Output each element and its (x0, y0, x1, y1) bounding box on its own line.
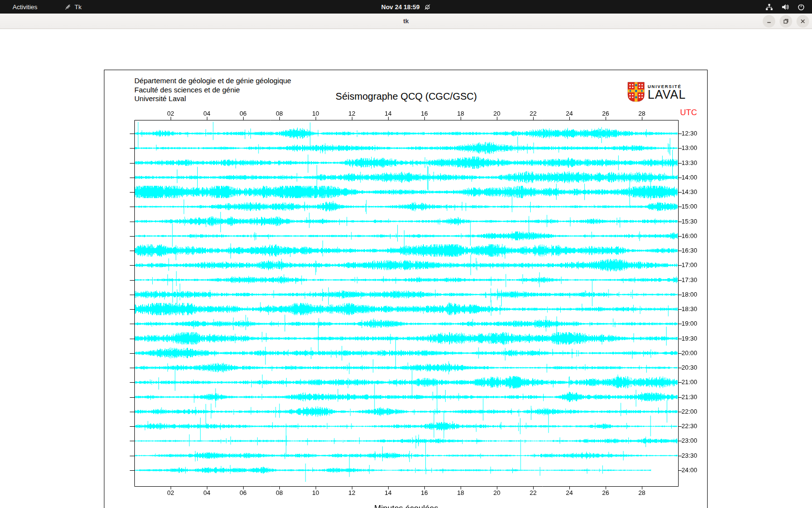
seismograph-frame: Département de géologie et de génie géol… (104, 70, 708, 508)
utc-axis-label: UTC (680, 108, 697, 118)
utc-time-label: 18:00 (682, 291, 697, 298)
utc-time-label: 24:00 (682, 466, 697, 474)
x-tick-label-bottom: 06 (233, 489, 253, 496)
clock-menu[interactable]: Nov 24 18:59 (381, 3, 431, 11)
focused-app-label: Tk (74, 3, 81, 11)
utc-time-label: 21:00 (682, 378, 697, 386)
maximize-button[interactable] (780, 15, 792, 28)
utc-time-label: 14:30 (682, 188, 697, 195)
x-tick-label-top: 02 (161, 110, 180, 117)
x-tick-label-top: 16 (415, 110, 434, 117)
x-tick-label-top: 08 (270, 110, 289, 117)
x-tick-label-top: 22 (523, 110, 543, 117)
x-tick-label-bottom: 18 (451, 489, 470, 496)
clock-label: Nov 24 18:59 (381, 3, 420, 11)
x-tick-label-bottom: 20 (487, 489, 507, 496)
x-tick-label-top: 28 (632, 110, 652, 117)
x-tick-label-top: 20 (487, 110, 507, 117)
x-tick-label-top: 10 (306, 110, 325, 117)
x-tick-label-bottom: 24 (560, 489, 579, 496)
gnome-top-bar: Activities Tk Nov 24 18:59 (0, 0, 812, 14)
x-tick-label-top: 04 (197, 110, 217, 117)
volume-icon (781, 3, 789, 11)
x-tick-label-bottom: 08 (270, 489, 289, 496)
utc-time-label: 12:30 (682, 130, 697, 137)
minimize-button[interactable] (763, 15, 775, 28)
utc-time-label: 19:00 (682, 320, 697, 327)
utc-time-label: 15:00 (682, 203, 697, 210)
x-tick-label-bottom: 28 (632, 489, 652, 496)
utc-time-label: 23:30 (682, 452, 697, 459)
utc-time-label: 21:30 (682, 393, 697, 401)
window-title: tk (403, 17, 409, 25)
x-tick-label-bottom: 10 (306, 489, 325, 496)
x-tick-label-bottom: 22 (523, 489, 543, 496)
x-tick-label-top: 12 (342, 110, 362, 117)
system-tray[interactable] (765, 3, 805, 11)
x-tick-label-top: 24 (560, 110, 579, 117)
focused-app-indicator[interactable]: Tk (64, 3, 81, 11)
utc-time-label: 20:00 (682, 349, 697, 357)
x-tick-label-top: 18 (451, 110, 470, 117)
close-button[interactable] (797, 15, 809, 28)
utc-time-label: 20:30 (682, 364, 697, 371)
x-tick-label-bottom: 04 (197, 489, 217, 496)
x-tick-label-bottom: 16 (415, 489, 434, 496)
x-tick-label-top: 06 (233, 110, 253, 117)
x-tick-label-bottom: 26 (596, 489, 615, 496)
x-tick-label-top: 26 (596, 110, 615, 117)
tk-window-body: Département de géologie et de génie géol… (0, 29, 812, 508)
x-tick-label-bottom: 02 (161, 489, 180, 496)
utc-time-label: 19:30 (682, 335, 697, 342)
notifications-muted-icon (423, 3, 431, 11)
utc-time-label: 23:00 (682, 437, 697, 444)
utc-time-label: 17:30 (682, 276, 697, 284)
utc-time-label: 16:30 (682, 247, 697, 254)
utc-time-label: 17:00 (682, 261, 697, 269)
x-tick-label-bottom: 12 (342, 489, 362, 496)
utc-time-label: 13:00 (682, 144, 697, 151)
utc-time-label: 16:00 (682, 232, 697, 239)
tk-feather-icon (64, 3, 72, 11)
activities-button[interactable]: Activities (8, 2, 42, 12)
utc-time-label: 14:00 (682, 174, 697, 181)
utc-time-label: 22:00 (682, 408, 697, 415)
x-tick-label-top: 14 (378, 110, 398, 117)
seismograph-canvas (104, 70, 708, 508)
x-axis-label: Minutes écoulées (104, 504, 708, 508)
utc-time-label: 22:30 (682, 422, 697, 430)
power-icon (797, 3, 805, 11)
x-tick-label-bottom: 14 (378, 489, 398, 496)
window-titlebar[interactable]: tk (0, 14, 812, 29)
network-wired-icon (765, 3, 773, 11)
utc-time-label: 18:30 (682, 305, 697, 313)
utc-time-label: 15:30 (682, 218, 697, 225)
utc-time-label: 13:30 (682, 159, 697, 166)
